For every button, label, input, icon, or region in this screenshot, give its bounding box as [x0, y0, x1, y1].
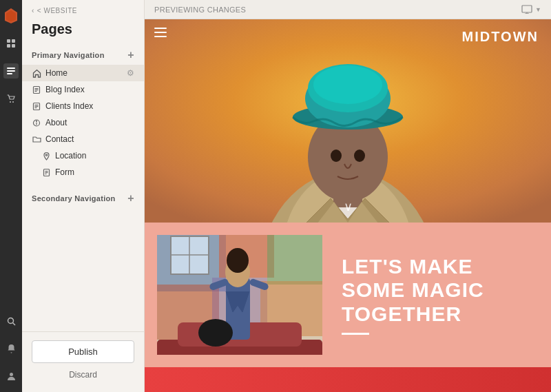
middle-text-area: LET'S MAKE SOME MAGIC TOGETHER: [322, 223, 551, 367]
location-icon: [41, 151, 51, 161]
hero-hamburger-menu[interactable]: [154, 28, 167, 40]
svg-point-22: [37, 121, 37, 121]
nav-item-location[interactable]: Location: [22, 147, 144, 164]
main-preview-area: PREVIEWING CHANGES ▼: [145, 0, 551, 392]
nav-item-form[interactable]: Form: [22, 164, 144, 180]
bell-icon[interactable]: [3, 341, 19, 356]
contact-folder-icon: [32, 134, 41, 144]
svg-rect-3: [12, 44, 15, 48]
nav-item-about-label: About: [45, 118, 67, 127]
svg-rect-44: [154, 32, 167, 33]
middle-heading: LET'S MAKE SOME MAGIC TOGETHER: [342, 255, 484, 327]
svg-rect-4: [7, 68, 15, 69]
svg-rect-45: [154, 36, 167, 37]
sidebar-pages-icon[interactable]: [3, 36, 19, 51]
heading-line3: TOGETHER: [342, 302, 484, 327]
sidebar: ‹ < WEBSITE Pages Primary Navigation + H…: [22, 0, 145, 392]
svg-rect-49: [267, 235, 322, 285]
home-settings-icon[interactable]: ⚙: [127, 68, 134, 78]
svg-line-10: [12, 322, 15, 325]
clients-index-icon: [32, 101, 41, 111]
sidebar-footer: Publish Discard: [22, 331, 144, 392]
blog-index-icon: [32, 85, 41, 94]
svg-point-11: [10, 373, 13, 376]
form-icon: [41, 167, 51, 177]
nav-item-blog-label: Blog Index: [45, 85, 85, 94]
nav-item-contact[interactable]: Contact: [22, 131, 144, 147]
hero-section: MIDTOWN ∨: [145, 19, 551, 223]
svg-point-7: [10, 101, 11, 103]
svg-point-8: [12, 101, 14, 103]
logo-icon[interactable]: [3, 8, 19, 23]
middle-section: LET'S MAKE SOME MAGIC TOGETHER: [145, 223, 551, 367]
svg-point-63: [198, 319, 233, 347]
add-secondary-nav-button[interactable]: +: [127, 193, 134, 204]
svg-point-40: [313, 65, 382, 104]
svg-point-42: [354, 149, 365, 162]
nav-item-home-label: Home: [45, 68, 67, 78]
preview-content: MIDTOWN ∨: [145, 19, 551, 392]
bottom-strip: [145, 367, 551, 392]
search-icon[interactable]: [3, 313, 19, 329]
publish-button[interactable]: Publish: [32, 340, 134, 363]
svg-rect-0: [7, 39, 10, 43]
middle-photo-image: [157, 235, 322, 355]
secondary-nav-label: Secondary Navigation: [32, 194, 116, 203]
heading-underline: [342, 333, 369, 335]
icon-bar-bottom: [3, 313, 19, 392]
discard-button[interactable]: Discard: [32, 366, 134, 384]
nav-item-clients-index[interactable]: Clients Index: [22, 98, 144, 114]
preview-topbar: PREVIEWING CHANGES ▼: [145, 0, 551, 19]
back-icon: ‹: [32, 7, 34, 14]
heading-line2: SOME MAGIC: [342, 278, 484, 302]
device-dropdown-icon: ▼: [535, 6, 541, 13]
about-icon: [32, 118, 41, 127]
nav-item-about[interactable]: About: [22, 114, 144, 131]
svg-rect-2: [7, 44, 10, 48]
sidebar-shop-icon[interactable]: [3, 91, 19, 106]
svg-point-41: [331, 149, 342, 162]
nav-item-form-label: Form: [55, 167, 74, 177]
primary-nav-label: Primary Navigation: [32, 51, 105, 59]
svg-rect-6: [7, 73, 12, 74]
back-to-website[interactable]: ‹ < WEBSITE: [22, 0, 144, 19]
preview-status-text: PREVIEWING CHANGES: [154, 6, 246, 14]
svg-rect-1: [12, 39, 15, 43]
svg-rect-5: [7, 70, 15, 72]
secondary-nav-header: Secondary Navigation +: [22, 189, 144, 208]
sidebar-content-icon[interactable]: [3, 63, 19, 79]
hero-brand-text: MIDTOWN: [462, 29, 539, 45]
primary-nav-header: Primary Navigation +: [22, 45, 144, 65]
home-icon: [32, 68, 41, 78]
nav-item-clients-label: Clients Index: [45, 101, 93, 111]
nav-item-contact-label: Contact: [45, 134, 74, 144]
middle-photo: [157, 235, 322, 355]
svg-point-23: [45, 154, 47, 155]
sidebar-title: Pages: [22, 19, 144, 45]
nav-item-blog-index[interactable]: Blog Index: [22, 81, 144, 98]
svg-rect-28: [522, 6, 532, 12]
hero-image: [145, 19, 551, 223]
hero-scroll-chevron[interactable]: ∨: [344, 199, 353, 214]
back-label: < WEBSITE: [37, 7, 77, 14]
user-icon[interactable]: [3, 369, 19, 384]
nav-item-location-label: Location: [55, 151, 86, 161]
icon-bar: [0, 0, 22, 392]
device-selector[interactable]: ▼: [521, 5, 541, 14]
nav-item-home[interactable]: Home ⚙: [22, 65, 144, 81]
add-primary-nav-button[interactable]: +: [127, 50, 134, 61]
svg-rect-43: [154, 28, 167, 29]
heading-line1: LET'S MAKE: [342, 255, 484, 279]
svg-point-9: [8, 318, 13, 323]
svg-point-60: [227, 248, 249, 273]
